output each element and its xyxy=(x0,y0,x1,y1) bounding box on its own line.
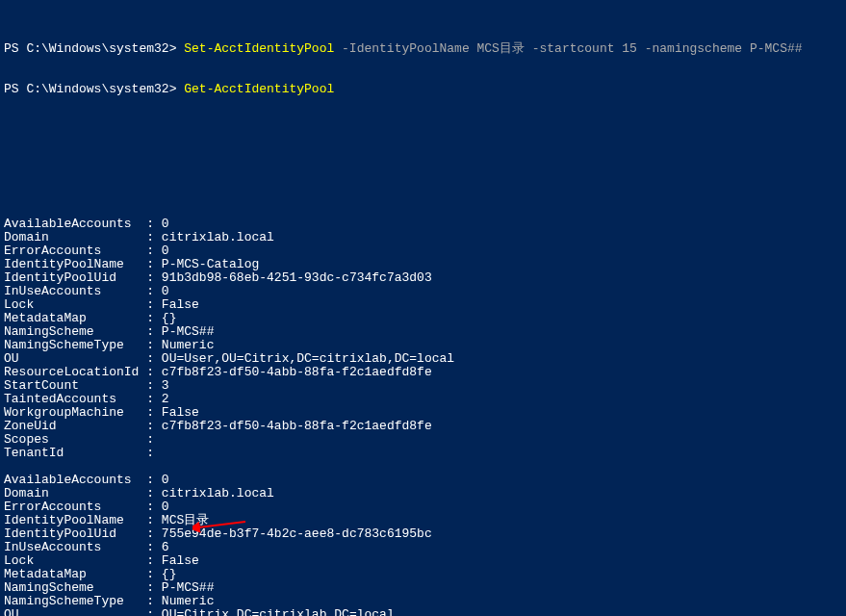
output-separator: : xyxy=(146,339,162,352)
output-row: ZoneUid : c7fb8f23-df50-4abb-88fa-f2c1ae… xyxy=(4,420,842,433)
output-value: citrixlab.local xyxy=(162,487,274,500)
output-separator: : xyxy=(146,231,162,244)
output-row: MetadataMap : {} xyxy=(4,568,842,581)
output-row: AvailableAccounts : 0 xyxy=(4,218,842,231)
powershell-terminal[interactable]: PS C:\Windows\system32> Set-AcctIdentity… xyxy=(0,0,846,616)
output-value: Numeric xyxy=(162,339,215,352)
command-line-1: PS C:\Windows\system32> Set-AcctIdentity… xyxy=(4,42,842,56)
output-row: Lock : False xyxy=(4,298,842,312)
output-key: ZoneUid xyxy=(4,420,146,433)
output-separator: : xyxy=(146,595,162,608)
output-row: ResourceLocationId : c7fb8f23-df50-4abb-… xyxy=(4,366,842,379)
output-separator: : xyxy=(146,568,162,581)
output-row: ErrorAccounts : 0 xyxy=(4,500,842,514)
ps-prompt: PS C:\Windows\system32> xyxy=(4,41,184,56)
output-key: IdentityPoolName xyxy=(4,258,146,271)
cmdlet-name: Get-AcctIdentityPool xyxy=(184,82,334,96)
output-separator: : xyxy=(146,352,162,366)
output-separator: : xyxy=(146,608,162,616)
output-value: {} xyxy=(162,312,177,325)
output-value: 0 xyxy=(162,244,169,258)
output-value: P-MCS-Catalog xyxy=(162,258,259,271)
output-key: OU xyxy=(4,352,146,366)
output-key: IdentityPoolUid xyxy=(4,527,146,541)
output-key: TaintedAccounts xyxy=(4,393,146,406)
output-row: InUseAccounts : 6 xyxy=(4,541,842,554)
output-key: InUseAccounts xyxy=(4,541,146,554)
output-separator: : xyxy=(146,554,162,568)
output-value: OU=User,OU=Citrix,DC=citrixlab,DC=local xyxy=(162,352,454,366)
output-row: IdentityPoolName : P-MCS-Catalog xyxy=(4,258,842,271)
ps-prompt: PS C:\Windows\system32> xyxy=(4,82,184,96)
output-row: NamingSchemeType : Numeric xyxy=(4,595,842,608)
output-row: IdentityPoolUid : 755e94de-b3f7-4b2c-aee… xyxy=(4,527,842,541)
output-row: OU : OU=User,OU=Citrix,DC=citrixlab,DC=l… xyxy=(4,352,842,366)
output-key: Lock xyxy=(4,554,146,568)
output-separator: : xyxy=(146,433,162,447)
output-value: 0 xyxy=(162,285,169,298)
output-row: MetadataMap : {} xyxy=(4,312,842,325)
output-value: P-MCS## xyxy=(162,581,215,595)
output-separator: : xyxy=(146,366,162,379)
output-key: Scopes xyxy=(4,433,146,447)
blank-line xyxy=(4,164,842,177)
output-value: c7fb8f23-df50-4abb-88fa-f2c1aedfd8fe xyxy=(162,420,432,433)
output-key: ErrorAccounts xyxy=(4,244,146,258)
output-key: Domain xyxy=(4,231,146,244)
output-row: AvailableAccounts : 0 xyxy=(4,474,842,487)
output-key: IdentityPoolName xyxy=(4,514,146,527)
output-value: 755e94de-b3f7-4b2c-aee8-dc783c6195bc xyxy=(162,527,432,541)
output-key: TenantId xyxy=(4,447,146,460)
command-line-2: PS C:\Windows\system32> Get-AcctIdentity… xyxy=(4,83,842,96)
output-separator: : xyxy=(146,541,162,554)
output-separator: : xyxy=(146,581,162,595)
output-key: WorkgroupMachine xyxy=(4,406,146,420)
output-row: InUseAccounts : 0 xyxy=(4,285,842,298)
output-key: Lock xyxy=(4,298,146,312)
output-row: IdentityPoolUid : 91b3db98-68eb-4251-93d… xyxy=(4,271,842,285)
output-key: OU xyxy=(4,608,146,616)
cmdlet-name: Set-AcctIdentityPool xyxy=(184,41,334,56)
output-value: citrixlab.local xyxy=(162,231,274,244)
output-key: NamingScheme xyxy=(4,581,146,595)
output-row: Lock : False xyxy=(4,554,842,568)
output-value: False xyxy=(162,554,199,568)
output-key: NamingSchemeType xyxy=(4,339,146,352)
output-key: NamingSchemeType xyxy=(4,595,146,608)
blank-line xyxy=(4,123,842,137)
output-key: IdentityPoolUid xyxy=(4,271,146,285)
output-separator: : xyxy=(146,285,162,298)
output-key: AvailableAccounts xyxy=(4,474,146,487)
output-value: {} xyxy=(162,568,177,581)
output-row: NamingScheme : P-MCS## xyxy=(4,325,842,339)
output-key: AvailableAccounts xyxy=(4,218,146,231)
cmdlet-args: -IdentityPoolName MCS目录 -startcount 15 -… xyxy=(334,41,802,56)
output-value: c7fb8f23-df50-4abb-88fa-f2c1aedfd8fe xyxy=(162,366,432,379)
command-output: AvailableAccounts : 0Domain : citrixlab.… xyxy=(4,218,842,616)
output-key: Domain xyxy=(4,487,146,500)
output-separator: : xyxy=(146,527,162,541)
output-row: Scopes : xyxy=(4,433,842,447)
output-row: OU : OU=Citrix,DC=citrixlab,DC=local xyxy=(4,608,842,616)
output-key: MetadataMap xyxy=(4,568,146,581)
output-value: OU=Citrix,DC=citrixlab,DC=local xyxy=(162,608,395,616)
output-row: StartCount : 3 xyxy=(4,379,842,393)
output-row: Domain : citrixlab.local xyxy=(4,231,842,244)
output-row: WorkgroupMachine : False xyxy=(4,406,842,420)
output-separator: : xyxy=(146,379,162,393)
output-separator: : xyxy=(146,420,162,433)
output-row: NamingScheme : P-MCS## xyxy=(4,581,842,595)
output-separator: : xyxy=(146,258,162,271)
output-row: NamingSchemeType : Numeric xyxy=(4,339,842,352)
output-key: MetadataMap xyxy=(4,312,146,325)
output-separator: : xyxy=(146,447,162,460)
output-separator: : xyxy=(146,487,162,500)
output-key: ErrorAccounts xyxy=(4,500,146,514)
output-separator: : xyxy=(146,325,162,339)
output-value: 3 xyxy=(162,379,169,393)
output-separator: : xyxy=(146,271,162,285)
output-value: 0 xyxy=(162,218,169,231)
output-key: StartCount xyxy=(4,379,146,393)
blank-line xyxy=(4,460,842,474)
output-separator: : xyxy=(146,312,162,325)
